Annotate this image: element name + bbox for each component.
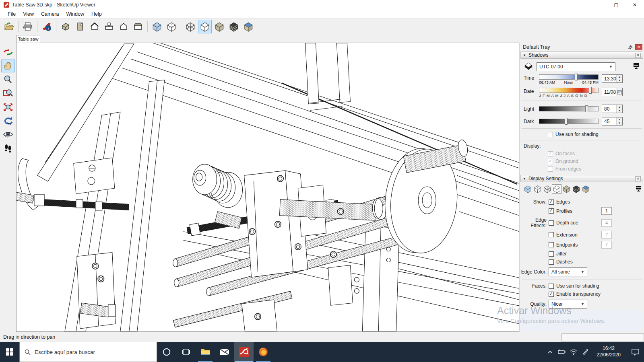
calendar-icon[interactable] <box>616 88 622 96</box>
view-top-button[interactable] <box>73 20 87 33</box>
endpoints-checkbox[interactable] <box>549 242 554 247</box>
taskbar-search[interactable] <box>19 342 157 362</box>
profiles-value[interactable]: 1 <box>601 207 612 215</box>
print-button[interactable] <box>21 20 35 33</box>
display-settings-details-icon[interactable] <box>636 185 642 193</box>
date-slider[interactable] <box>539 88 599 93</box>
menu-file[interactable]: File <box>4 10 19 18</box>
light-up-icon[interactable]: ▲ <box>617 105 622 109</box>
close-button[interactable]: ✕ <box>625 0 644 10</box>
menu-help[interactable]: Help <box>88 10 105 18</box>
tray-style-back-edges-button[interactable] <box>533 184 542 194</box>
style-wireframe-button[interactable] <box>184 20 197 33</box>
style-back-edges-button[interactable] <box>165 20 178 33</box>
start-button[interactable] <box>0 342 19 362</box>
wifi-button[interactable] <box>568 342 579 362</box>
task-view-button[interactable] <box>176 342 196 362</box>
time-spinbox[interactable]: 13:30 ▲▼ <box>602 74 623 83</box>
pan-tool-button[interactable] <box>1 60 15 72</box>
walk-tool-button[interactable] <box>1 142 15 154</box>
action-center-button[interactable] <box>626 342 644 362</box>
firefox-button[interactable] <box>254 342 273 362</box>
shadows-section-header[interactable]: ▼ Shadows ✕ <box>520 51 643 59</box>
display-settings-section-header[interactable]: ▼ Display Settings ✕ <box>520 175 643 182</box>
tray-style-wireframe-button[interactable] <box>542 184 552 194</box>
model-viewport[interactable] <box>16 43 519 332</box>
measurement-box[interactable] <box>561 333 644 342</box>
edges-checkbox[interactable] <box>549 200 554 205</box>
light-down-icon[interactable]: ▼ <box>617 109 622 113</box>
maximize-button[interactable]: ▢ <box>607 0 625 10</box>
cortana-button[interactable] <box>157 342 176 362</box>
dark-slider-thumb[interactable] <box>565 118 568 125</box>
quality-select[interactable]: Nicer ▼ <box>549 300 587 309</box>
shadows-close-button[interactable]: ✕ <box>635 53 641 58</box>
zoom-tool-button[interactable] <box>1 73 15 86</box>
extension-checkbox[interactable] <box>549 232 554 237</box>
tray-style-shaded-button[interactable] <box>561 184 571 194</box>
profiles-checkbox[interactable] <box>549 208 554 214</box>
orbit-tool-button[interactable] <box>1 46 15 59</box>
view-back-button[interactable] <box>117 20 130 33</box>
shadows-details-icon[interactable] <box>633 63 639 70</box>
search-input[interactable] <box>35 349 157 355</box>
time-down-icon[interactable]: ▼ <box>617 79 622 83</box>
view-left-button[interactable] <box>131 20 145 33</box>
dark-up-icon[interactable]: ▲ <box>617 117 622 121</box>
style-hidden-line-button[interactable] <box>198 20 212 33</box>
depth-cue-checkbox[interactable] <box>549 220 554 226</box>
view-right-button[interactable] <box>102 20 116 33</box>
display-settings-close-button[interactable]: ✕ <box>635 176 641 181</box>
sketchup-viewer-button[interactable] <box>234 342 254 362</box>
menu-window[interactable]: Window <box>63 10 88 18</box>
light-spinbox[interactable]: 80 ▲▼ <box>602 105 623 113</box>
tray-style-textured-button[interactable] <box>571 184 581 194</box>
taskbar-clock[interactable]: 16:42 22/06/2020 <box>591 346 626 358</box>
style-shaded-button[interactable] <box>213 20 226 33</box>
menu-camera[interactable]: Camera <box>37 10 62 18</box>
date-field[interactable]: 11/08 <box>602 88 623 96</box>
time-slider-thumb[interactable] <box>575 74 578 80</box>
model-info-button[interactable]: i <box>40 20 54 33</box>
open-button[interactable] <box>2 20 16 33</box>
jitter-checkbox[interactable] <box>549 251 554 257</box>
use-sun-checkbox[interactable] <box>548 132 553 137</box>
battery-button[interactable] <box>556 342 568 362</box>
scene-tab-table-saw[interactable]: Table saw <box>16 35 40 43</box>
minimize-button[interactable]: — <box>588 0 607 10</box>
dark-spinbox[interactable]: 45 ▲▼ <box>602 117 623 125</box>
view-iso-button[interactable] <box>59 20 72 33</box>
date-slider-thumb[interactable] <box>589 87 592 94</box>
edge-color-select[interactable]: All same ▼ <box>549 267 587 276</box>
enable-transparency-checkbox[interactable] <box>549 292 554 297</box>
pen-button[interactable] <box>579 342 591 362</box>
style-monochrome-button[interactable] <box>242 20 255 33</box>
tray-close-button[interactable]: ✕ <box>635 44 642 50</box>
zoom-window-tool-button[interactable] <box>1 87 15 100</box>
light-slider[interactable] <box>539 106 599 111</box>
tray-chevron-button[interactable] <box>544 342 556 362</box>
style-xray-button[interactable] <box>150 20 164 33</box>
view-front-button[interactable] <box>88 20 101 33</box>
main-toolbar: i <box>0 18 644 35</box>
tray-style-xray-button[interactable] <box>523 184 533 194</box>
tray-style-hidden-line-button[interactable] <box>552 184 561 194</box>
dashes-checkbox[interactable] <box>549 259 554 265</box>
light-slider-thumb[interactable] <box>585 105 588 112</box>
time-slider[interactable] <box>539 74 599 80</box>
timezone-select[interactable]: UTC-07:00 ▼ <box>537 62 615 71</box>
zoom-extents-tool-button[interactable] <box>1 101 15 113</box>
dark-down-icon[interactable]: ▼ <box>617 121 622 125</box>
time-up-icon[interactable]: ▲ <box>617 75 622 79</box>
dark-slider[interactable] <box>539 119 599 124</box>
previous-view-tool-button[interactable] <box>1 114 15 127</box>
faces-use-sun-checkbox[interactable] <box>549 284 554 289</box>
file-explorer-button[interactable] <box>196 342 215 362</box>
mail-button[interactable] <box>215 342 234 362</box>
style-textured-button[interactable] <box>227 20 241 33</box>
menu-view[interactable]: View <box>19 10 37 18</box>
tray-style-monochrome-button[interactable] <box>581 184 590 194</box>
look-around-tool-button[interactable] <box>1 128 15 141</box>
pin-icon[interactable] <box>627 44 634 50</box>
shadows-toggle-icon[interactable] <box>524 62 533 71</box>
